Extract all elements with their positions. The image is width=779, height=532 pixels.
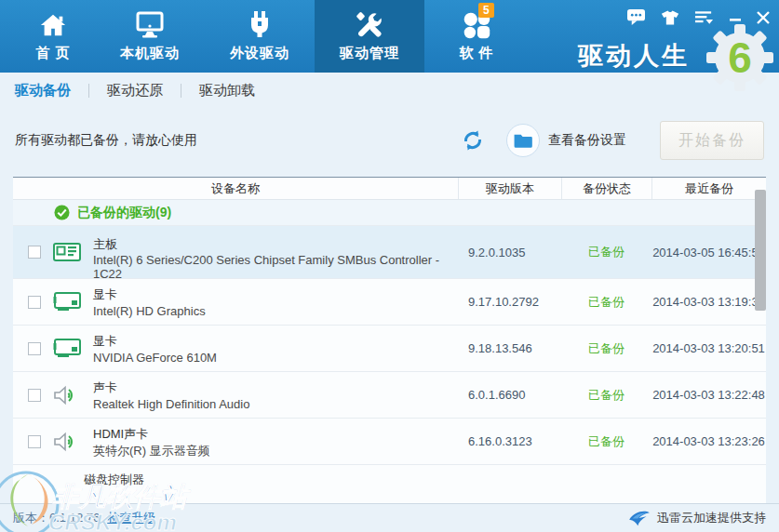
start-backup-button[interactable]: 开始备份 xyxy=(660,121,764,160)
feedback-icon[interactable] xyxy=(626,8,646,26)
column-header-backup-status: 备份状态 xyxy=(561,178,651,199)
nav-label-software: 软 件 xyxy=(459,45,493,62)
table-row[interactable]: 磁盘控制器 xyxy=(13,464,766,503)
refresh-icon[interactable] xyxy=(462,129,484,152)
driver-version: 6.16.0.3123 xyxy=(458,434,561,448)
monitor-icon xyxy=(135,10,165,40)
device-cell: 显卡 Intel(R) HD Graphics xyxy=(13,279,458,325)
gpu-icon xyxy=(53,338,83,360)
nav-label-local-drivers: 本机驱动 xyxy=(120,45,180,62)
home-icon xyxy=(39,10,67,40)
nav-label-driver-management: 驱动管理 xyxy=(340,45,399,62)
column-header-driver-version: 驱动版本 xyxy=(458,178,561,199)
backup-date: 2014-03-03 13:19:31 xyxy=(651,295,766,309)
column-header-device-name: 设备名称 xyxy=(13,178,458,199)
skin-icon[interactable] xyxy=(661,9,679,26)
device-name: Intel(R) 6 Series/C200 Series Chipset Fa… xyxy=(93,253,458,281)
device-cell: 磁盘控制器 xyxy=(13,465,766,503)
usb-icon xyxy=(247,10,273,40)
table-row[interactable]: 显卡 Intel(R) HD Graphics 9.17.10.2792 已备份… xyxy=(13,278,766,325)
device-cell: HDMI声卡 英特尔(R) 显示器音频 xyxy=(13,419,458,464)
status-row: 所有驱动都已备份，请放心使用 查看备份设置 开始备份 xyxy=(15,119,764,162)
status-actions: 查看备份设置 开始备份 xyxy=(462,121,764,160)
table-header: 设备名称 驱动版本 备份状态 最近备份 xyxy=(13,177,766,200)
device-name: Realtek High Definition Audio xyxy=(93,397,249,411)
backup-status: 已备份 xyxy=(561,244,651,260)
nav-item-local-drivers[interactable]: 本机驱动 xyxy=(95,0,205,73)
device-cell: 声卡 Realtek High Definition Audio xyxy=(13,372,458,418)
row-checkbox[interactable] xyxy=(28,342,41,355)
tab-separator xyxy=(181,84,181,98)
backup-date: 2014-03-05 16:45:59 xyxy=(651,246,766,259)
device-texts: 磁盘控制器 xyxy=(84,465,144,489)
driver-version: 9.17.10.2792 xyxy=(458,295,561,309)
table-row[interactable]: HDMI声卡 英特尔(R) 显示器音频 6.16.0.3123 已备份 2014… xyxy=(13,418,766,464)
backup-status: 已备份 xyxy=(561,340,651,357)
sponsor-text: 迅雷云加速提供支持 xyxy=(657,510,766,526)
backup-status-message: 所有驱动都已备份，请放心使用 xyxy=(15,132,197,149)
sponsor-note: 迅雷云加速提供支持 xyxy=(628,509,766,527)
tools-icon xyxy=(355,10,384,40)
backup-status: 已备份 xyxy=(561,387,651,404)
table-row[interactable]: 主板 Intel(R) 6 Series/C200 Series Chipset… xyxy=(13,225,766,278)
backup-status: 已备份 xyxy=(561,294,651,311)
gear-6-logo: 6 xyxy=(705,22,775,93)
row-checkbox[interactable] xyxy=(28,296,41,309)
vertical-scrollbar-thumb[interactable] xyxy=(755,190,766,311)
section-backed-up-drivers: 已备份的驱动(9) xyxy=(13,200,766,225)
driver-version: 9.18.13.546 xyxy=(458,341,561,355)
device-type: 磁盘控制器 xyxy=(84,472,144,488)
device-type: HDMI声卡 xyxy=(93,426,210,443)
table-row[interactable]: 显卡 NVIDIA GeForce 610M 9.18.13.546 已备份 2… xyxy=(13,325,766,371)
device-cell: 显卡 NVIDIA GeForce 610M xyxy=(13,326,458,371)
nav-item-home[interactable]: 首 页 xyxy=(11,0,95,73)
column-header-recent-backup: 最近备份 xyxy=(651,178,766,199)
tab-driver-backup[interactable]: 驱动备份 xyxy=(15,82,71,100)
folder-icon xyxy=(513,132,533,149)
device-name: Intel(R) HD Graphics xyxy=(93,304,206,318)
device-name: 英特尔(R) 显示器音频 xyxy=(93,443,210,459)
app-logo-text: 驱动人生 xyxy=(578,39,690,73)
nav-label-peripheral-drivers: 外设驱动 xyxy=(230,45,289,62)
backup-status: 已备份 xyxy=(561,433,651,450)
device-texts: 声卡 Realtek High Definition Audio xyxy=(93,379,249,412)
device-type: 声卡 xyxy=(93,379,249,396)
row-checkbox[interactable] xyxy=(28,246,41,259)
device-type: 显卡 xyxy=(93,333,217,350)
nav-item-driver-management[interactable]: 驱动管理 xyxy=(315,0,424,73)
device-type: 显卡 xyxy=(93,286,206,303)
gpu-icon xyxy=(53,291,83,313)
section-label: 已备份的驱动(9) xyxy=(77,205,171,221)
driver-version: 6.0.1.6690 xyxy=(458,388,561,402)
device-texts: 主板 Intel(R) 6 Series/C200 Series Chipset… xyxy=(93,235,458,269)
device-texts: 显卡 NVIDIA GeForce 610M xyxy=(93,332,217,366)
backup-date: 2014-03-03 13:23:26 xyxy=(651,434,766,448)
row-checkbox[interactable] xyxy=(28,435,41,448)
sub-tabs: 驱动备份 驱动还原 驱动卸载 xyxy=(15,82,255,100)
svg-text:6: 6 xyxy=(728,33,752,82)
app-window: 首 页 本机驱动 外设驱动 驱动管理 5 xyxy=(0,0,779,532)
tab-driver-uninstall[interactable]: 驱动卸载 xyxy=(199,82,255,100)
device-texts: 显卡 Intel(R) HD Graphics xyxy=(93,286,206,319)
nav-label-home: 首 页 xyxy=(35,45,70,62)
footer-bar: 版本：6.1.12.76 检查升级 迅雷云加速提供支持 xyxy=(0,503,779,532)
version-label: 版本：6.1.12.76 xyxy=(13,510,100,526)
check-circle-icon xyxy=(54,205,70,220)
speaker-icon xyxy=(53,384,83,406)
device-name: NVIDIA GeForce 610M xyxy=(93,351,217,365)
software-count-badge: 5 xyxy=(478,3,494,18)
backup-date: 2014-03-03 13:22:48 xyxy=(651,388,766,402)
check-upgrade-link[interactable]: 检查升级 xyxy=(107,510,155,526)
motherboard-icon xyxy=(53,241,83,263)
device-cell: 主板 Intel(R) 6 Series/C200 Series Chipset… xyxy=(13,226,458,278)
open-backup-folder-button[interactable] xyxy=(506,124,540,157)
speaker-icon xyxy=(53,431,83,453)
backup-date: 2014-03-03 13:20:51 xyxy=(651,341,766,355)
nav-item-peripheral-drivers[interactable]: 外设驱动 xyxy=(205,0,315,73)
nav-item-software[interactable]: 5 软 件 xyxy=(424,0,529,73)
table-row[interactable]: 声卡 Realtek High Definition Audio 6.0.1.6… xyxy=(13,371,766,418)
view-backup-settings-link[interactable]: 查看备份设置 xyxy=(548,132,626,149)
tab-driver-restore[interactable]: 驱动还原 xyxy=(107,82,163,100)
tab-separator xyxy=(88,84,89,98)
row-checkbox[interactable] xyxy=(28,389,41,402)
